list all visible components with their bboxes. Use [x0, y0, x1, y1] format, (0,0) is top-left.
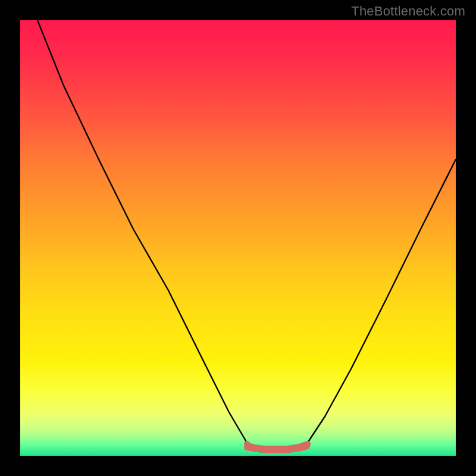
- valley-dot-left: [244, 441, 250, 447]
- chart-frame: TheBottleneck.com: [0, 0, 476, 476]
- valley-dot-right: [305, 441, 311, 447]
- plot-area: [20, 20, 456, 456]
- curve-layer: [20, 20, 456, 456]
- bottleneck-curve: [37, 20, 456, 452]
- valley-marker: [246, 443, 308, 451]
- attribution-label: TheBottleneck.com: [351, 4, 465, 19]
